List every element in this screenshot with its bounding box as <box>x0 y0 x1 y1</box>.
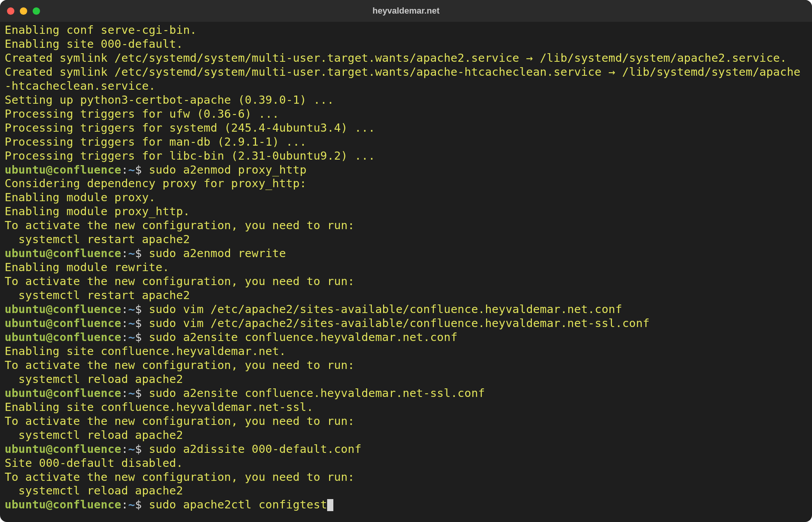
traffic-lights <box>7 7 40 15</box>
output-line: systemctl reload apache2 <box>5 428 807 442</box>
output-line: systemctl restart apache2 <box>5 233 807 247</box>
output-line: Considering dependency proxy for proxy_h… <box>5 177 807 191</box>
prompt-sep: : <box>121 331 128 344</box>
command-text: sudo vim /etc/apache2/sites-available/co… <box>149 317 650 330</box>
command-text: sudo a2dissite 000-default.conf <box>149 442 361 456</box>
output-line: Enabling module proxy. <box>5 191 807 205</box>
prompt-user-host: ubuntu@confluence <box>5 163 121 176</box>
prompt-line: ubuntu@confluence:~$ sudo a2ensite confl… <box>5 331 807 345</box>
output-text: systemctl reload apache2 <box>5 372 183 386</box>
prompt-dollar: $ <box>135 247 149 260</box>
output-text: To activate the new configuration, you n… <box>5 275 355 288</box>
output-text: Created symlink /etc/systemd/system/mult… <box>5 51 787 64</box>
command-text: sudo a2ensite confluence.heyvaldemar.net… <box>149 386 485 400</box>
prompt-user-host: ubuntu@confluence <box>5 303 121 316</box>
prompt-sep: : <box>121 317 128 330</box>
maximize-icon[interactable] <box>33 7 40 15</box>
prompt-line: ubuntu@confluence:~$ sudo a2dissite 000-… <box>5 442 807 456</box>
output-line: Created symlink /etc/systemd/system/mult… <box>5 65 807 93</box>
prompt-dollar: $ <box>135 331 149 344</box>
output-line: To activate the new configuration, you n… <box>5 414 807 428</box>
prompt-path: ~ <box>128 247 135 260</box>
output-text: To activate the new configuration, you n… <box>5 414 355 428</box>
prompt-sep: : <box>121 442 128 456</box>
window-titlebar: heyvaldemar.net <box>0 0 812 22</box>
output-text: To activate the new configuration, you n… <box>5 358 355 372</box>
output-line: Enabling site confluence.heyvaldemar.net… <box>5 400 807 414</box>
output-line: Enabling module rewrite. <box>5 261 807 275</box>
output-line: Enabling site confluence.heyvaldemar.net… <box>5 345 807 358</box>
output-text: systemctl restart apache2 <box>5 289 190 302</box>
prompt-path: ~ <box>128 163 135 176</box>
output-text: Enabling module rewrite. <box>5 261 169 274</box>
output-line: Processing triggers for libc-bin (2.31-0… <box>5 149 807 163</box>
command-text: sudo apache2ctl configtest <box>149 498 327 511</box>
output-text: systemctl reload apache2 <box>5 484 183 497</box>
output-line: Enabling conf serve-cgi-bin. <box>5 23 807 37</box>
prompt-sep: : <box>121 498 128 511</box>
terminal-output[interactable]: Enabling conf serve-cgi-bin.Enabling sit… <box>0 22 812 516</box>
output-line: Created symlink /etc/systemd/system/mult… <box>5 51 807 65</box>
output-text: Enabling module proxy_http. <box>5 205 190 218</box>
prompt-sep: : <box>121 247 128 260</box>
output-text: Processing triggers for ufw (0.36-6) ... <box>5 107 279 120</box>
output-text: Considering dependency proxy for proxy_h… <box>5 177 307 190</box>
minimize-icon[interactable] <box>20 7 27 15</box>
prompt-user-host: ubuntu@confluence <box>5 331 121 344</box>
prompt-sep: : <box>121 386 128 400</box>
output-line: To activate the new configuration, you n… <box>5 470 807 484</box>
terminal-window: heyvaldemar.net Enabling conf serve-cgi-… <box>0 0 812 522</box>
prompt-dollar: $ <box>135 317 149 330</box>
prompt-user-host: ubuntu@confluence <box>5 317 121 330</box>
output-line: Enabling module proxy_http. <box>5 205 807 219</box>
prompt-line: ubuntu@confluence:~$ sudo apache2ctl con… <box>5 498 807 512</box>
prompt-path: ~ <box>128 331 135 344</box>
output-text: Enabling module proxy. <box>5 191 156 204</box>
output-line: systemctl restart apache2 <box>5 289 807 303</box>
output-text: Enabling site 000-default. <box>5 37 183 50</box>
output-line: Enabling site 000-default. <box>5 37 807 51</box>
prompt-path: ~ <box>128 317 135 330</box>
command-text: sudo a2enmod proxy_http <box>149 163 307 176</box>
prompt-path: ~ <box>128 498 135 511</box>
prompt-path: ~ <box>128 442 135 456</box>
output-text: Site 000-default disabled. <box>5 456 183 470</box>
output-text: Created symlink /etc/systemd/system/mult… <box>5 65 801 92</box>
output-text: To activate the new configuration, you n… <box>5 470 355 484</box>
terminal-cursor <box>327 499 333 512</box>
output-text: Processing triggers for libc-bin (2.31-0… <box>5 149 375 162</box>
command-text: sudo vim /etc/apache2/sites-available/co… <box>149 303 622 316</box>
output-line: To activate the new configuration, you n… <box>5 275 807 289</box>
output-line: Processing triggers for man-db (2.9.1-1)… <box>5 135 807 149</box>
output-line: Processing triggers for ufw (0.36-6) ... <box>5 107 807 121</box>
prompt-path: ~ <box>128 386 135 400</box>
output-text: To activate the new configuration, you n… <box>5 219 355 232</box>
prompt-path: ~ <box>128 303 135 316</box>
prompt-dollar: $ <box>135 386 149 400</box>
output-line: Processing triggers for systemd (245.4-4… <box>5 121 807 135</box>
prompt-line: ubuntu@confluence:~$ sudo a2enmod proxy_… <box>5 163 807 177</box>
output-text: Processing triggers for man-db (2.9.1-1)… <box>5 135 307 148</box>
prompt-user-host: ubuntu@confluence <box>5 498 121 511</box>
prompt-dollar: $ <box>135 498 149 511</box>
prompt-line: ubuntu@confluence:~$ sudo vim /etc/apach… <box>5 317 807 331</box>
output-line: Setting up python3-certbot-apache (0.39.… <box>5 93 807 107</box>
prompt-dollar: $ <box>135 163 149 176</box>
prompt-dollar: $ <box>135 442 149 456</box>
output-line: Site 000-default disabled. <box>5 456 807 470</box>
prompt-user-host: ubuntu@confluence <box>5 386 121 400</box>
output-text: systemctl restart apache2 <box>5 233 190 246</box>
prompt-line: ubuntu@confluence:~$ sudo vim /etc/apach… <box>5 303 807 317</box>
output-line: To activate the new configuration, you n… <box>5 358 807 372</box>
output-line: To activate the new configuration, you n… <box>5 219 807 233</box>
prompt-dollar: $ <box>135 303 149 316</box>
prompt-line: ubuntu@confluence:~$ sudo a2enmod rewrit… <box>5 247 807 261</box>
output-text: Processing triggers for systemd (245.4-4… <box>5 121 375 134</box>
prompt-line: ubuntu@confluence:~$ sudo a2ensite confl… <box>5 386 807 400</box>
close-icon[interactable] <box>7 7 14 15</box>
output-text: Enabling site confluence.heyvaldemar.net… <box>5 345 286 358</box>
prompt-user-host: ubuntu@confluence <box>5 247 121 260</box>
prompt-sep: : <box>121 303 128 316</box>
output-text: systemctl reload apache2 <box>5 428 183 442</box>
window-title: heyvaldemar.net <box>0 5 812 16</box>
